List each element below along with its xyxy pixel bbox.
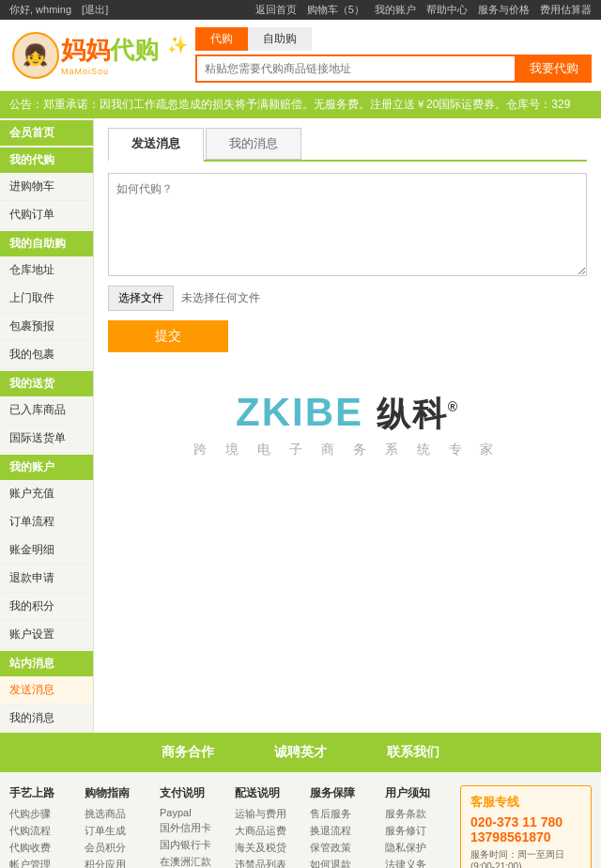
footer-link-terms[interactable]: 服务条款: [385, 807, 451, 821]
content-tabs: 发送消息 我的消息: [108, 128, 587, 162]
footer-link-exchange[interactable]: 换退流程: [310, 824, 376, 838]
footer-link-foreign-card[interactable]: 国外信用卡: [160, 821, 225, 835]
sidebar-item-cart[interactable]: 进购物车: [0, 173, 93, 201]
footer-link-account-mgr[interactable]: 帐户管理: [9, 858, 75, 868]
sidebar-item-order-flow[interactable]: 订单流程: [0, 508, 93, 536]
footer-nav-contact[interactable]: 联系我们: [387, 744, 439, 759]
footer-link-member-points[interactable]: 会员积分: [85, 841, 150, 855]
file-label: 未选择任何文件: [181, 290, 260, 306]
footer-link-legal[interactable]: 法律义务: [385, 858, 451, 868]
sidebar-item-instock[interactable]: 已入库商品: [0, 396, 93, 425]
footer-link-bulky-fee[interactable]: 大商品运费: [235, 824, 300, 838]
top-bar-left: 你好, whming [退出]: [9, 3, 108, 17]
main-layout: 会员首页 我的代购 进购物车 代购订单 我的自助购 仓库地址 上门取件 包裹预报…: [0, 118, 601, 733]
nav-cart[interactable]: 购物车（5）: [307, 4, 364, 15]
top-bar: 你好, whming [退出] 返回首页 购物车（5） 我的账户 帮助中心 服务…: [0, 0, 601, 20]
tab-zizhu[interactable]: 自助购: [248, 27, 312, 51]
sidebar-item-recharge[interactable]: 账户充值: [0, 480, 93, 508]
footer-link-privacy[interactable]: 隐私保护: [385, 841, 451, 855]
content-area: 发送消息 我的消息 选择文件 未选择任何文件 提交 ZKIBE 纵科® 跨 境 …: [94, 118, 601, 733]
footer-col-newbie: 手艺上路 代购步骤 代购流程 代购收费 帐户管理: [9, 785, 75, 868]
sidebar-section-home: 会员首页: [0, 120, 93, 146]
sidebar-item-warehouse[interactable]: 仓库地址: [0, 256, 93, 285]
footer-link-prohibited[interactable]: 违禁品列表: [235, 858, 300, 868]
sidebar-item-billing[interactable]: 账金明细: [0, 536, 93, 565]
footer-link-transport-fee[interactable]: 运输与费用: [235, 807, 300, 821]
file-choose-button[interactable]: 选择文件: [108, 286, 174, 311]
footer-col-payment: 支付说明 Paypal 国外信用卡 国内银行卡 在澳洲汇款: [160, 785, 225, 868]
nav-home[interactable]: 返回首页: [255, 4, 297, 15]
footer-nav-hire[interactable]: 诚聘英才: [274, 744, 327, 759]
nav-service[interactable]: 服务与价格: [478, 4, 530, 15]
footer-nav-biz[interactable]: 商务合作: [162, 744, 214, 759]
service-phone2: 13798561870: [470, 829, 581, 845]
sidebar-item-parcel-report[interactable]: 包裹预报: [0, 313, 93, 341]
sidebar-section-zizhu: 我的自助购: [0, 231, 93, 256]
search-input[interactable]: [195, 54, 516, 83]
logo-avatar: 👧: [12, 32, 59, 79]
watermark: ZKIBE 纵科® 跨 境 电 子 商 务 系 统 专 家: [108, 371, 587, 468]
search-tabs: 代购 自助购: [195, 27, 592, 51]
footer-link-order-gen[interactable]: 订单生成: [85, 824, 150, 838]
sidebar-item-shipping[interactable]: 国际送货单: [0, 425, 93, 453]
sidebar-item-my-parcels[interactable]: 我的包裹: [0, 341, 93, 369]
logout-link[interactable]: [退出]: [82, 4, 108, 15]
content-tab-send[interactable]: 发送消息: [108, 128, 204, 162]
sidebar-item-send-msg[interactable]: 发送消息: [0, 676, 93, 705]
footer-link-customs[interactable]: 海关及税贷: [235, 841, 300, 855]
footer-col-guide: 购物指南 挑选商品 订单生成 会员积分 积分应用: [85, 785, 150, 868]
watermark-sub: 跨 境 电 子 商 务 系 统 专 家: [108, 442, 587, 458]
search-row: 我要代购: [195, 54, 592, 83]
sidebar-item-pickup[interactable]: 上门取件: [0, 285, 93, 313]
greeting: 你好, whming: [9, 4, 71, 15]
nav-calc[interactable]: 费用估算器: [540, 4, 592, 15]
submit-button[interactable]: 提交: [108, 320, 228, 352]
nav-help[interactable]: 帮助中心: [426, 4, 468, 15]
footer-link-points-use[interactable]: 积分应用: [85, 858, 150, 868]
footer-nav: 商务合作 诚聘英才 联系我们: [0, 733, 601, 772]
footer-link-daigou-flow[interactable]: 代购流程: [9, 824, 75, 838]
service-title: 客服专线: [470, 794, 581, 811]
message-textarea[interactable]: [108, 173, 587, 276]
footer-link-refund[interactable]: 如何退款: [310, 858, 376, 868]
footer-links: 手艺上路 代购步骤 代购流程 代购收费 帐户管理 购物指南 挑选商品 订单生成 …: [0, 772, 601, 868]
sidebar-item-my-msg[interactable]: 我的消息: [0, 705, 93, 733]
logo-title: 妈妈代购 ✨ MaMoiSou: [61, 34, 186, 76]
search-area: 代购 自助购 我要代购: [195, 27, 592, 83]
logo-area: 👧 妈妈代购 ✨ MaMoiSou: [9, 29, 186, 81]
notice-bar: 公告：郑重承诺：因我们工作疏忽造成的损失将予满额赔偿。无服务费。注册立送￥20国…: [0, 91, 601, 118]
footer-col-service: 服务保障 售后服务 换退流程 保管政策 如何退款: [310, 785, 376, 868]
tab-daigou[interactable]: 代购: [195, 27, 248, 51]
service-phone1: 020-373 11 780: [470, 814, 581, 829]
logo-tagline: MaMoiSou: [61, 67, 186, 76]
footer-link-aus-transfer[interactable]: 在澳洲汇款: [160, 855, 225, 868]
notice-text: 公告：郑重承诺：因我们工作疏忽造成的损失将予满额赔偿。无服务费。注册立送￥20国…: [9, 98, 570, 111]
footer-link-aftersale[interactable]: 售后服务: [310, 807, 376, 821]
footer-link-daigou-fee[interactable]: 代购收费: [9, 841, 75, 855]
footer-link-paypal[interactable]: Paypal: [160, 807, 225, 818]
nav-account[interactable]: 我的账户: [375, 4, 416, 15]
logo-main: 妈妈代购 ✨: [61, 34, 186, 67]
sidebar-section-daigou: 我的代购: [0, 147, 93, 173]
footer-link-domestic-card[interactable]: 国内银行卡: [160, 838, 225, 852]
content-tab-my[interactable]: 我的消息: [206, 128, 301, 160]
sidebar: 会员首页 我的代购 进购物车 代购订单 我的自助购 仓库地址 上门取件 包裹预报…: [0, 118, 94, 733]
sidebar-item-points[interactable]: 我的积分: [0, 593, 93, 621]
footer-link-daigou-steps[interactable]: 代购步骤: [9, 807, 75, 821]
sidebar-item-refund[interactable]: 退款申请: [0, 565, 93, 593]
sidebar-section-delivery: 我的送货: [0, 371, 93, 396]
footer-link-custody[interactable]: 保管政策: [310, 841, 376, 855]
sidebar-section-account: 我的账户: [0, 455, 93, 480]
sidebar-item-settings[interactable]: 账户设置: [0, 621, 93, 649]
header: 👧 妈妈代购 ✨ MaMoiSou 代购 自助购 我要代购: [0, 20, 601, 91]
sidebar-section-messages: 站内消息: [0, 651, 93, 676]
footer-col-shipping-title: 配送说明: [235, 785, 300, 801]
footer-service-box: 客服专线 020-373 11 780 13798561870 服务时间：周一至…: [460, 785, 592, 868]
footer-link-revision[interactable]: 服务修订: [385, 824, 451, 838]
sidebar-item-orders[interactable]: 代购订单: [0, 201, 93, 229]
watermark-brand: ZKIBE 纵科®: [108, 390, 587, 438]
footer-link-pick[interactable]: 挑选商品: [85, 807, 150, 821]
search-button[interactable]: 我要代购: [516, 54, 592, 83]
firework-icon: ✨: [167, 36, 188, 54]
footer-col-guide-title: 购物指南: [85, 785, 150, 801]
